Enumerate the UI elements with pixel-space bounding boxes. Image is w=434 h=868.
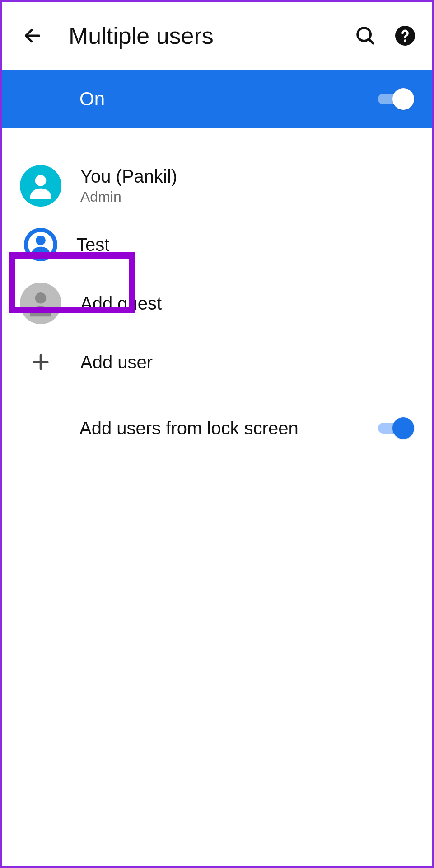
help-icon <box>394 25 416 47</box>
avatar-test <box>24 228 57 261</box>
page-title: Multiple users <box>69 22 339 49</box>
add-user-row[interactable]: Add user <box>2 333 432 392</box>
person-icon <box>28 231 53 258</box>
avatar-you <box>20 165 61 207</box>
person-icon <box>25 288 56 319</box>
app-header: Multiple users <box>2 2 432 70</box>
person-icon <box>25 170 56 202</box>
lock-screen-row[interactable]: Add users from lock screen <box>2 401 432 455</box>
user-name-you: You (Pankil) <box>80 166 177 187</box>
avatar-guest <box>20 283 61 324</box>
plus-icon-wrap <box>20 341 61 383</box>
search-button[interactable] <box>352 22 379 49</box>
help-button[interactable] <box>392 22 419 49</box>
user-row-you[interactable]: You (Pankil) Admin <box>2 156 432 215</box>
svg-point-5 <box>35 175 47 186</box>
toggle-thumb <box>392 417 414 439</box>
lock-screen-toggle[interactable] <box>373 417 414 439</box>
user-name-test: Test <box>76 235 109 255</box>
users-list: You (Pankil) Admin Test Add guest <box>2 128 432 392</box>
back-button[interactable] <box>19 22 46 49</box>
on-label: On <box>79 88 373 110</box>
user-row-test[interactable]: Test <box>2 215 432 274</box>
svg-line-2 <box>369 39 373 44</box>
plus-icon <box>30 352 51 373</box>
add-guest-label: Add guest <box>80 293 162 314</box>
add-user-label: Add user <box>80 352 153 373</box>
multiple-users-toggle[interactable] <box>373 88 414 110</box>
toggle-thumb <box>392 88 414 110</box>
arrow-left-icon <box>23 26 42 46</box>
user-role-you: Admin <box>80 189 177 205</box>
feature-on-banner: On <box>2 70 432 128</box>
svg-point-4 <box>404 39 406 42</box>
svg-point-6 <box>36 236 45 245</box>
svg-point-7 <box>35 292 47 304</box>
add-guest-row[interactable]: Add guest <box>2 274 432 333</box>
lock-screen-label: Add users from lock screen <box>79 418 373 439</box>
search-icon <box>355 25 376 46</box>
